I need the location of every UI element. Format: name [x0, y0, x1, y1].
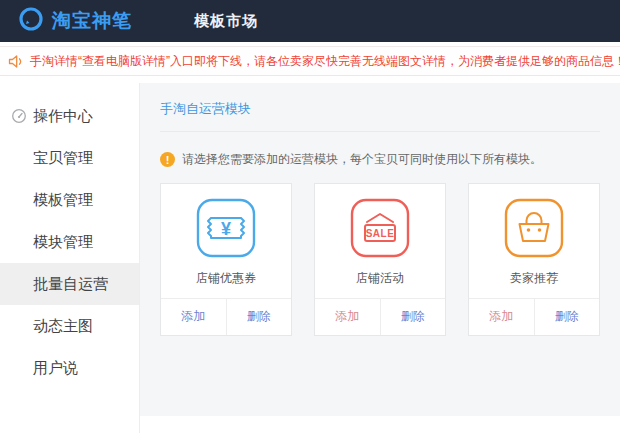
shenbi-logo-icon	[18, 6, 44, 36]
sidebar-item-label: 宝贝管理	[33, 149, 93, 168]
sidebar-item-label: 用户说	[33, 359, 78, 378]
warning-icon: !	[160, 152, 175, 167]
sidebar-item-item-management[interactable]: 宝贝管理	[0, 137, 139, 179]
svg-text:SALE: SALE	[366, 228, 395, 239]
sidebar-item-label: 动态主图	[33, 317, 93, 336]
sidebar-item-label: 操作中心	[33, 107, 93, 126]
sidebar-item-operation-center[interactable]: 操作中心	[0, 95, 139, 137]
delete-button[interactable]: 删除	[535, 299, 600, 335]
megaphone-icon	[8, 54, 24, 69]
announcement-bar: 手淘详情“查看电脑版详情”入口即将下线，请各位卖家尽快完善无线端图文详情，为消费…	[0, 46, 620, 76]
card-store-activity: SALE 店铺活动 添加 删除	[314, 183, 446, 336]
add-button[interactable]: 添加	[161, 299, 227, 335]
add-button[interactable]: 添加	[315, 299, 381, 335]
content-panel: 手淘自运营模块 ! 请选择您需要添加的运营模块，每个宝贝可同时使用以下所有模块。…	[140, 83, 620, 416]
card-footer: 添加 删除	[315, 298, 445, 335]
nav-title-template-market[interactable]: 模板市场	[194, 12, 258, 31]
sidebar-item-label: 模块管理	[33, 233, 93, 252]
card-label: 店铺优惠券	[161, 270, 291, 287]
logo-text: 淘宝神笔	[52, 8, 132, 34]
card-body: 卖家推荐	[469, 184, 599, 287]
announcement-text: 手淘详情“查看电脑版详情”入口即将下线，请各位卖家尽快完善无线端图文详情，为消费…	[30, 53, 620, 70]
delete-button[interactable]: 删除	[227, 299, 292, 335]
svg-text:¥: ¥	[221, 219, 231, 239]
coupon-icon: ¥	[195, 245, 257, 262]
tip-row: ! 请选择您需要添加的运营模块，每个宝贝可同时使用以下所有模块。	[160, 151, 600, 168]
tip-text: 请选择您需要添加的运营模块，每个宝贝可同时使用以下所有模块。	[182, 151, 542, 168]
card-footer: 添加 删除	[161, 298, 291, 335]
app-logo[interactable]: 淘宝神笔	[18, 6, 132, 36]
sidebar-item-label: 模板管理	[33, 191, 93, 210]
shopping-bag-icon	[503, 245, 565, 262]
sidebar-item-label: 批量自运营	[33, 275, 108, 294]
card-label: 店铺活动	[315, 270, 445, 287]
card-store-coupon: ¥ 店铺优惠券 添加 删除	[160, 183, 292, 336]
app-header: 淘宝神笔 模板市场	[0, 0, 620, 42]
main-layout: 操作中心 宝贝管理 模板管理 模块管理 批量自运营 动态主图 用户说 手淘自运营…	[0, 83, 620, 433]
delete-button[interactable]: 删除	[381, 299, 446, 335]
sidebar: 操作中心 宝贝管理 模板管理 模块管理 批量自运营 动态主图 用户说	[0, 83, 140, 433]
gauge-icon	[11, 108, 27, 124]
module-cards: ¥ 店铺优惠券 添加 删除	[160, 183, 600, 336]
card-body: ¥ 店铺优惠券	[161, 184, 291, 287]
sidebar-item-user-reviews[interactable]: 用户说	[0, 347, 139, 389]
section-title: 手淘自运营模块	[160, 100, 600, 132]
card-seller-recommendation: 卖家推荐 添加 删除	[468, 183, 600, 336]
add-button[interactable]: 添加	[469, 299, 535, 335]
sidebar-item-module-management[interactable]: 模块管理	[0, 221, 139, 263]
sidebar-item-dynamic-main-image[interactable]: 动态主图	[0, 305, 139, 347]
sale-sign-icon: SALE	[349, 245, 411, 262]
card-label: 卖家推荐	[469, 270, 599, 287]
sidebar-item-batch-self-operation[interactable]: 批量自运营	[0, 263, 139, 305]
sidebar-item-template-management[interactable]: 模板管理	[0, 179, 139, 221]
card-body: SALE 店铺活动	[315, 184, 445, 287]
card-footer: 添加 删除	[469, 298, 599, 335]
